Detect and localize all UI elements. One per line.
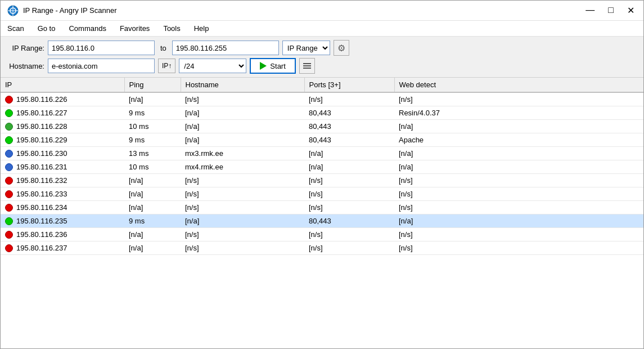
table-row[interactable]: 195.80.116.229 9 ms [n/a] 80,443 Apache (1, 133, 643, 147)
hostname-cell: [n/a] (181, 214, 304, 228)
table-row[interactable]: 195.80.116.237 [n/a] [n/s] [n/s] [n/s] (1, 241, 643, 255)
table-row[interactable]: 195.80.116.227 9 ms [n/a] 80,443 Resin/4… (1, 106, 643, 120)
ports-cell: 80,443 (304, 214, 394, 228)
webdetect-cell: [n/s] (394, 92, 643, 106)
ports-cell: [n/s] (304, 241, 394, 255)
menu-tools[interactable]: Tools (161, 23, 182, 34)
subnet-select[interactable]: /24 /25 /26 /27 /28 (179, 59, 246, 73)
ports-cell: [n/s] (304, 187, 394, 201)
ports-cell: 80,443 (304, 106, 394, 120)
webdetect-cell: [n/s] (394, 187, 643, 201)
table-row[interactable]: 195.80.116.235 9 ms [n/a] 80,443 [n/a] (1, 214, 643, 228)
ip-value: 195.80.116.226 (16, 95, 67, 104)
status-indicator (5, 109, 13, 117)
ip-value: 195.80.116.234 (16, 203, 67, 212)
maximize-button[interactable]: □ (606, 5, 616, 16)
ip-start-input[interactable] (48, 41, 155, 55)
status-indicator (5, 177, 13, 185)
title-bar: IP Range - Angry IP Scanner — □ ✕ (1, 1, 643, 21)
window-controls: — □ ✕ (583, 5, 637, 16)
ping-cell: [n/a] (124, 92, 181, 106)
status-indicator (5, 136, 13, 144)
ports-cell: [n/a] (304, 147, 394, 160)
webdetect-cell: Apache (394, 133, 643, 147)
ip-cell: 195.80.116.230 (1, 147, 124, 160)
ip-cell: 195.80.116.236 (1, 228, 124, 241)
ip-prefix-button[interactable]: IP↑ (158, 59, 175, 73)
table-row[interactable]: 195.80.116.231 10 ms mx4.rmk.ee [n/a] [n… (1, 160, 643, 174)
ping-cell: 9 ms (124, 106, 181, 120)
gear-icon: ⚙ (337, 43, 345, 53)
menu-favorites[interactable]: Favorites (118, 23, 152, 34)
ports-cell: [n/s] (304, 228, 394, 241)
start-button[interactable]: Start (250, 58, 295, 74)
to-label: to (158, 44, 169, 52)
ports-cell: [n/s] (304, 201, 394, 214)
results-table-container: IP Ping Hostname Ports [3+] Web detect 1… (1, 78, 643, 349)
webdetect-cell: [n/s] (394, 174, 643, 187)
settings-button[interactable]: ⚙ (334, 40, 349, 56)
ip-value: 195.80.116.227 (16, 109, 67, 117)
app-icon (7, 5, 19, 16)
table-row[interactable]: 195.80.116.230 13 ms mx3.rmk.ee [n/a] [n… (1, 147, 643, 160)
start-label: Start (270, 62, 285, 70)
table-header-row: IP Ping Hostname Ports [3+] Web detect (1, 78, 643, 92)
hostname-cell: [n/s] (181, 241, 304, 255)
ip-value: 195.80.116.237 (16, 244, 67, 252)
ip-cell: 195.80.116.231 (1, 160, 124, 174)
ip-cell: 195.80.116.226 (1, 92, 124, 106)
hostname-cell: [n/s] (181, 92, 304, 106)
ports-cell: [n/s] (304, 174, 394, 187)
ip-cell: 195.80.116.232 (1, 174, 124, 187)
status-indicator (5, 123, 13, 131)
webdetect-cell: [n/a] (394, 147, 643, 160)
webdetect-cell: [n/a] (394, 160, 643, 174)
hostname-cell: mx3.rmk.ee (181, 147, 304, 160)
hostname-input[interactable] (48, 59, 155, 73)
table-row[interactable]: 195.80.116.236 [n/a] [n/s] [n/s] [n/s] (1, 228, 643, 241)
ip-cell: 195.80.116.234 (1, 201, 124, 214)
ping-cell: [n/a] (124, 201, 181, 214)
menu-scan[interactable]: Scan (5, 23, 26, 34)
ip-value: 195.80.116.229 (16, 136, 67, 144)
content-area: IP Ping Hostname Ports [3+] Web detect 1… (1, 78, 643, 349)
status-indicator (5, 163, 13, 171)
status-indicator (5, 96, 13, 104)
close-button[interactable]: ✕ (625, 5, 637, 16)
range-type-select[interactable]: IP Range Random CIDR (282, 41, 330, 55)
ping-cell: 13 ms (124, 147, 181, 160)
menu-commands[interactable]: Commands (66, 23, 108, 34)
table-row[interactable]: 195.80.116.233 [n/a] [n/s] [n/s] [n/s] (1, 187, 643, 201)
ip-cell: 195.80.116.233 (1, 187, 124, 201)
ip-cell: 195.80.116.237 (1, 241, 124, 255)
hostname-cell: mx4.rmk.ee (181, 160, 304, 174)
table-row[interactable]: 195.80.116.232 [n/a] [n/s] [n/s] [n/s] (1, 174, 643, 187)
ip-cell: 195.80.116.228 (1, 120, 124, 133)
ports-cell: 80,443 (304, 120, 394, 133)
table-row[interactable]: 195.80.116.226 [n/a] [n/s] [n/s] [n/s] (1, 92, 643, 106)
table-row[interactable]: 195.80.116.228 10 ms [n/a] 80,443 [n/a] (1, 120, 643, 133)
hostname-label: Hostname: (5, 62, 44, 70)
ip-cell: 195.80.116.227 (1, 106, 124, 120)
ports-cell: [n/a] (304, 160, 394, 174)
ip-value: 195.80.116.231 (16, 163, 67, 171)
results-table: IP Ping Hostname Ports [3+] Web detect 1… (1, 78, 643, 255)
menu-help[interactable]: Help (192, 23, 211, 34)
ip-value: 195.80.116.236 (16, 230, 67, 239)
ping-cell: 10 ms (124, 120, 181, 133)
ping-cell: 10 ms (124, 160, 181, 174)
webdetect-cell: [n/a] (394, 120, 643, 133)
minimize-button[interactable]: — (583, 5, 597, 16)
table-row[interactable]: 195.80.116.234 [n/a] [n/s] [n/s] [n/s] (1, 201, 643, 214)
ip-range-row: IP Range: to IP Range Random CIDR ⚙ (5, 40, 639, 56)
status-indicator (5, 231, 13, 239)
list-options-button[interactable] (299, 58, 315, 74)
status-indicator (5, 190, 13, 198)
ip-end-input[interactable] (172, 41, 279, 55)
col-ports: Ports [3+] (304, 78, 394, 92)
ping-cell: 9 ms (124, 133, 181, 147)
status-indicator (5, 217, 13, 225)
ip-value: 195.80.116.235 (16, 217, 67, 225)
col-hostname: Hostname (181, 78, 304, 92)
menu-goto[interactable]: Go to (35, 23, 58, 34)
